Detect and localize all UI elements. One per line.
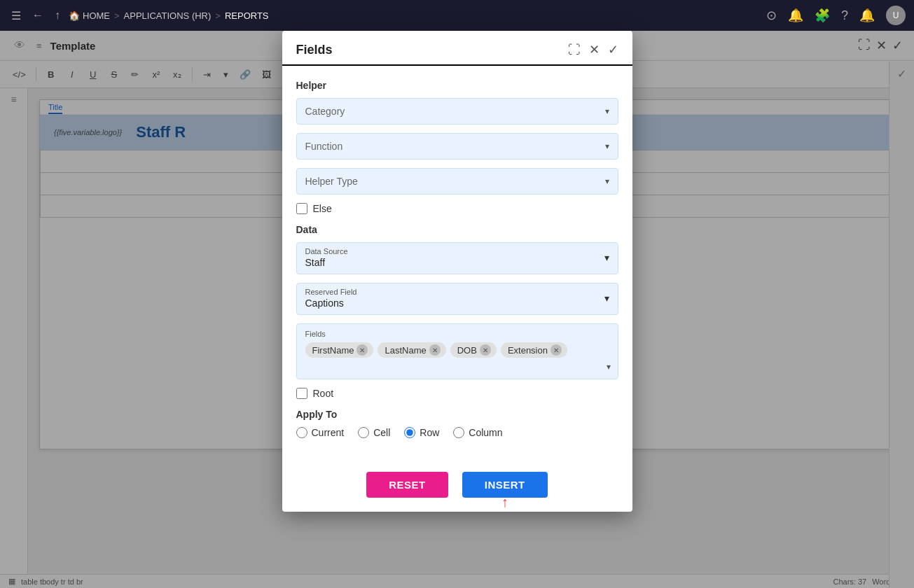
tag-lastname: LastName ✕ [378, 342, 445, 358]
modal-title: Fields [296, 43, 333, 57]
reserved-field-value: Captions [305, 298, 357, 309]
question-icon[interactable]: ? [841, 8, 848, 23]
applications-nav-item[interactable]: APPLICATIONS (HR) [124, 10, 212, 21]
reports-nav-item[interactable]: REPORTS [225, 10, 269, 21]
forward-icon[interactable]: ↑ [52, 6, 63, 24]
function-placeholder: Function [305, 141, 343, 152]
radio-cell[interactable]: Cell [358, 427, 390, 438]
tag-dob-label: DOB [457, 345, 477, 356]
reserved-field-dropdown[interactable]: Reserved Field Captions ▾ [296, 283, 618, 315]
data-source-value: Staff [305, 257, 348, 268]
fields-modal: Fields ⛶ ✕ ✓ Helper Category ▾ Function … [282, 31, 632, 512]
nav-sep-2: > [215, 10, 221, 21]
radio-cell-input[interactable] [358, 427, 369, 438]
data-source-dropdown[interactable]: Data Source Staff ▾ [296, 242, 618, 274]
nav-sep-1: > [114, 10, 120, 21]
radio-row-input[interactable] [404, 427, 415, 438]
breadcrumb-nav: 🏠 HOME > APPLICATIONS (HR) > REPORTS [69, 10, 269, 21]
radio-current[interactable]: Current [296, 427, 345, 438]
tag-lastname-label: LastName [385, 345, 426, 356]
root-checkbox-row: Root [296, 388, 618, 399]
radio-column-label[interactable]: Column [469, 427, 502, 438]
help-circle-icon[interactable]: ⊙ [766, 8, 777, 23]
tag-dob-remove[interactable]: ✕ [480, 344, 491, 356]
fields-tags-input[interactable]: Fields FirstName ✕ LastName ✕ DOB ✕ [296, 323, 618, 379]
tag-firstname: FirstName ✕ [305, 342, 374, 358]
modal-minimize-icon[interactable]: ✕ [589, 42, 600, 57]
category-chevron-icon: ▾ [605, 106, 609, 116]
modal-footer: RESET INSERT ↑ [282, 463, 632, 512]
else-label[interactable]: Else [313, 203, 332, 214]
tag-extension-remove[interactable]: ✕ [551, 344, 562, 356]
tag-dob: DOB ✕ [450, 342, 497, 358]
helper-section-label: Helper [296, 80, 618, 91]
function-dropdown[interactable]: Function ▾ [296, 133, 618, 160]
modal-confirm-icon[interactable]: ✓ [608, 42, 618, 57]
else-checkbox[interactable] [296, 203, 307, 214]
data-source-row: Data Source Staff ▾ [305, 247, 609, 268]
radio-cell-label[interactable]: Cell [373, 427, 390, 438]
helper-type-placeholder: Helper Type [305, 176, 358, 187]
root-checkbox[interactable] [296, 388, 307, 399]
reserved-field-chevron-icon: ▾ [604, 293, 609, 304]
category-dropdown[interactable]: Category ▾ [296, 98, 618, 125]
puzzle-icon[interactable]: 🧩 [815, 8, 830, 23]
home-nav-item[interactable]: 🏠 HOME [69, 10, 110, 21]
modal-overlay[interactable]: Fields ⛶ ✕ ✓ Helper Category ▾ Function … [0, 31, 914, 588]
radio-row[interactable]: Row [404, 427, 439, 438]
else-checkbox-row: Else [296, 203, 618, 214]
radio-row-label[interactable]: Row [420, 427, 439, 438]
topbar: ☰ ← ↑ 🏠 HOME > APPLICATIONS (HR) > REPOR… [0, 0, 914, 31]
back-icon[interactable]: ← [29, 6, 46, 24]
function-chevron-icon: ▾ [605, 141, 609, 151]
tag-firstname-label: FirstName [312, 345, 354, 356]
data-source-label: Data Source [305, 247, 348, 255]
apply-to-label: Apply To [296, 409, 618, 420]
category-placeholder: Category [305, 106, 345, 117]
tags-field-chevron-icon: ▾ [607, 362, 611, 372]
notification-icon[interactable]: 🔔 [788, 8, 803, 23]
reset-button[interactable]: RESET [366, 472, 448, 498]
bell-icon[interactable]: 🔔 [859, 8, 875, 23]
modal-expand-icon[interactable]: ⛶ [568, 43, 581, 57]
radio-column-input[interactable] [453, 427, 464, 438]
helper-type-dropdown[interactable]: Helper Type ▾ [296, 168, 618, 195]
radio-current-label[interactable]: Current [312, 427, 345, 438]
tag-extension: Extension ✕ [501, 342, 567, 358]
radio-column[interactable]: Column [453, 427, 502, 438]
tag-extension-label: Extension [508, 345, 548, 356]
insert-btn-wrapper: INSERT ↑ [462, 472, 548, 498]
menu-icon[interactable]: ☰ [8, 6, 24, 25]
modal-body: Helper Category ▾ Function ▾ Helper Type… [282, 66, 632, 463]
helper-type-chevron-icon: ▾ [605, 176, 609, 186]
reserved-field-label: Reserved Field [305, 288, 357, 296]
data-source-chevron-icon: ▾ [604, 252, 609, 263]
home-icon: 🏠 [69, 10, 80, 21]
fields-label: Fields [305, 330, 609, 338]
modal-header: Fields ⛶ ✕ ✓ [282, 31, 632, 66]
reserved-field-row: Reserved Field Captions ▾ [305, 288, 609, 309]
apply-to-radio-group: Current Cell Row Column [296, 427, 618, 438]
data-source-content: Data Source Staff [305, 247, 348, 268]
data-section-label: Data [296, 224, 618, 235]
tag-firstname-remove[interactable]: ✕ [356, 344, 368, 356]
root-label[interactable]: Root [313, 388, 334, 399]
topbar-right: ⊙ 🔔 🧩 ? 🔔 U [766, 6, 906, 25]
tag-lastname-remove[interactable]: ✕ [429, 344, 441, 356]
tags-row: FirstName ✕ LastName ✕ DOB ✕ Extension ✕ [305, 342, 609, 358]
reserved-field-content: Reserved Field Captions [305, 288, 357, 309]
arrow-indicator-icon: ↑ [501, 494, 508, 510]
avatar[interactable]: U [886, 6, 906, 25]
radio-current-input[interactable] [296, 427, 307, 438]
